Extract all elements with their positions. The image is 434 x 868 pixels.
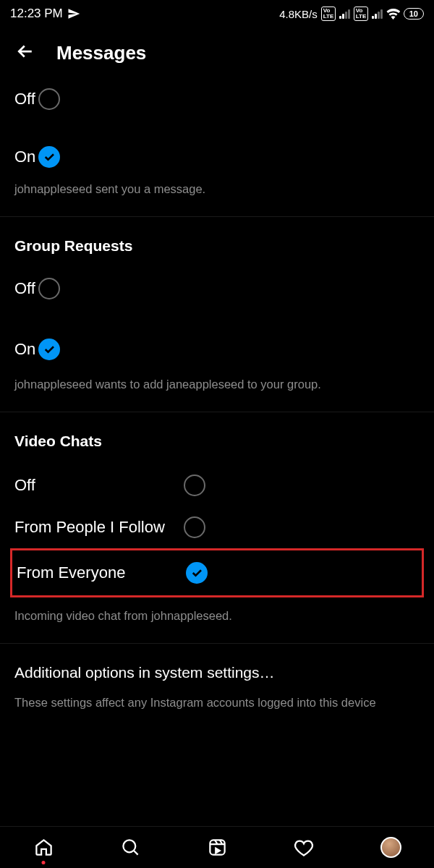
- search-tab[interactable]: [119, 837, 141, 859]
- radio-unselected-icon: [38, 278, 60, 299]
- bottom-nav: [0, 826, 434, 868]
- group-description: johnappleseed wants to add janeappleseed…: [14, 369, 420, 412]
- radio-selected-icon: [38, 146, 60, 168]
- highlight-annotation: From Everyone: [10, 548, 424, 597]
- group-off-option[interactable]: Off: [14, 269, 420, 308]
- option-label: Off: [14, 90, 35, 109]
- messages-off-option[interactable]: Off: [14, 82, 420, 116]
- additional-title: Additional options in system settings…: [14, 644, 420, 681]
- radio-unselected-icon: [184, 475, 205, 496]
- activity-tab[interactable]: [293, 837, 315, 859]
- option-label: Off: [14, 476, 181, 495]
- radio-unselected-icon: [38, 88, 60, 110]
- group-requests-section: Group Requests Off On johnappleseed want…: [0, 216, 434, 412]
- avatar-icon: [380, 837, 401, 858]
- messages-description: johnappleseed sent you a message.: [14, 174, 420, 216]
- video-chats-section: Video Chats Off From People I Follow Fro…: [0, 412, 434, 643]
- status-bar: 12:23 PM 4.8KB/s VoLTE VoLTE 10: [0, 0, 434, 27]
- page-header: Messages: [0, 27, 434, 82]
- signal-icon-1: [339, 9, 350, 19]
- messages-on-option[interactable]: On: [14, 140, 420, 174]
- data-rate: 4.8KB/s: [279, 8, 318, 20]
- wifi-icon: [386, 9, 400, 20]
- messages-section: Off On johnappleseed sent you a message.: [0, 82, 434, 216]
- additional-options-section[interactable]: Additional options in system settings… T…: [0, 643, 434, 730]
- reels-tab[interactable]: [206, 837, 228, 859]
- notification-dot-icon: [42, 861, 46, 864]
- volte-icon-1: VoLTE: [321, 7, 336, 21]
- status-time: 12:23 PM: [10, 7, 63, 21]
- home-tab[interactable]: [33, 837, 54, 859]
- option-label: From People I Follow: [14, 518, 181, 537]
- option-label: On: [14, 148, 35, 166]
- video-from-everyone-option[interactable]: From Everyone: [17, 558, 417, 588]
- profile-tab[interactable]: [380, 837, 401, 859]
- radio-selected-icon: [38, 339, 60, 360]
- status-left: 12:23 PM: [10, 7, 80, 21]
- option-label: Off: [14, 279, 35, 298]
- page-title: Messages: [56, 42, 146, 64]
- signal-icon-2: [372, 9, 383, 19]
- additional-description: These settings affect any Instagram acco…: [14, 681, 420, 730]
- section-title: Video Chats: [14, 412, 420, 464]
- send-icon: [67, 7, 80, 20]
- radio-selected-icon: [186, 562, 208, 584]
- video-off-option[interactable]: Off: [14, 464, 420, 506]
- radio-unselected-icon: [184, 516, 205, 538]
- video-description: Incoming video chat from johnappleseed.: [14, 597, 420, 643]
- back-button[interactable]: [14, 41, 36, 65]
- svg-point-0: [123, 840, 135, 852]
- section-title: Group Requests: [14, 217, 420, 269]
- video-from-follow-option[interactable]: From People I Follow: [14, 506, 420, 548]
- group-on-option[interactable]: On: [14, 330, 420, 369]
- option-label: From Everyone: [17, 563, 183, 582]
- volte-icon-2: VoLTE: [354, 7, 369, 21]
- battery-icon: 10: [404, 8, 424, 20]
- status-right: 4.8KB/s VoLTE VoLTE 10: [279, 7, 424, 21]
- option-label: On: [14, 340, 35, 359]
